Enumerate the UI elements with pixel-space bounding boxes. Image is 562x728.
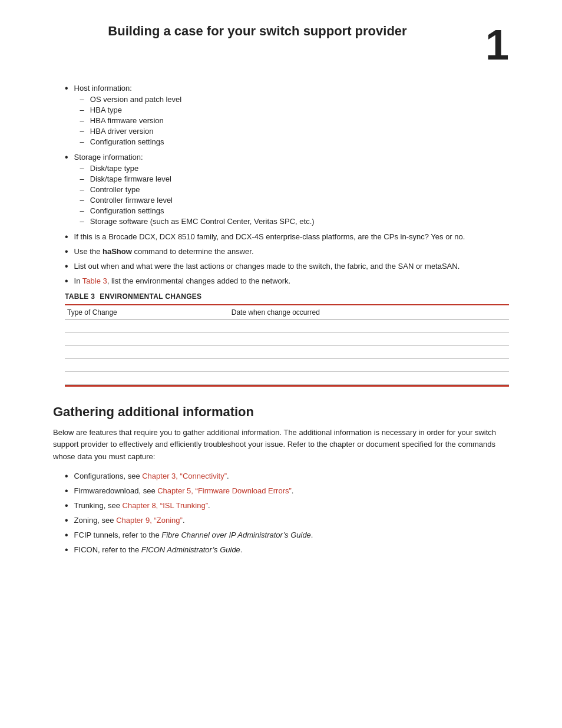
table-row: [65, 320, 509, 333]
table-cell: [65, 320, 229, 333]
hashow-content: Use the haShow command to determine the …: [74, 247, 509, 256]
list-item-hashow: Use the haShow command to determine the …: [53, 247, 509, 257]
list-item-storage: Storage information: Disk/tape type Disk…: [53, 153, 509, 228]
list-item-actions: List out when and what were the last act…: [53, 262, 509, 272]
table-row: [65, 359, 509, 372]
list-item-dcx: If this is a Brocade DCX, DCX 8510 famil…: [53, 232, 509, 242]
list-item: Controller type: [80, 185, 509, 194]
chapter8-link[interactable]: Chapter 8, “ISL Trunking”: [123, 501, 208, 510]
table-cell: [229, 333, 509, 346]
list-item: HBA type: [80, 106, 509, 114]
table-bottom-line: [65, 385, 509, 387]
configs-content: Configurations, see Chapter 3, “Connecti…: [74, 472, 509, 480]
hashow-command: haShow: [103, 247, 132, 256]
storage-sub-list: Disk/tape type Disk/tape firmware level …: [74, 164, 509, 226]
chapter9-link[interactable]: Chapter 9, “Zoning”: [116, 516, 183, 525]
table-row: [65, 372, 509, 385]
dcx-content: If this is a Brocade DCX, DCX 8510 famil…: [74, 232, 509, 241]
col-header-type: Type of Change: [65, 305, 229, 320]
list-item-firmware: Firmwaredownload, see Chapter 5, “Firmwa…: [53, 486, 509, 496]
list-item-trunking: Trunking, see Chapter 8, “ISL Trunking”.: [53, 501, 509, 511]
trunking-content: Trunking, see Chapter 8, “ISL Trunking”.: [74, 501, 509, 510]
main-bullet-list: Host information: OS version and patch l…: [53, 84, 509, 286]
list-item: Storage software (such as EMC Control Ce…: [80, 217, 509, 226]
chapter5-link[interactable]: Chapter 5, “Firmware Download Errors”: [157, 486, 292, 495]
table-cell: [229, 372, 509, 385]
table3-section: TABLE 3Environmental changes Type of Cha…: [65, 292, 509, 387]
zoning-content: Zoning, see Chapter 9, “Zoning”.: [74, 516, 509, 525]
list-item: Configuration settings: [80, 137, 509, 146]
table-cell: [65, 359, 229, 372]
table3-link[interactable]: Table 3: [82, 276, 107, 285]
content-area: Host information: OS version and patch l…: [53, 84, 509, 555]
gathering-list: Configurations, see Chapter 3, “Connecti…: [53, 472, 509, 555]
gathering-intro: Below are features that require you to g…: [53, 427, 509, 463]
chapter-number: 1: [474, 24, 509, 66]
chapter3-link[interactable]: Chapter 3, “Connectivity”: [142, 472, 227, 480]
table3-content: In Table 3, list the environmental chang…: [74, 276, 509, 285]
ficon-content: FICON, refer to the FICON Administrator’…: [74, 545, 509, 554]
table-label-num: TABLE 3: [65, 292, 95, 301]
table-row: [65, 333, 509, 346]
list-item-configs: Configurations, see Chapter 3, “Connecti…: [53, 472, 509, 482]
table-cell: [229, 346, 509, 359]
table-label: TABLE 3Environmental changes: [65, 292, 509, 301]
table-cell: [65, 346, 229, 359]
list-item-table3: In Table 3, list the environmental chang…: [53, 276, 509, 286]
host-sub-list: OS version and patch level HBA type HBA …: [74, 95, 509, 146]
list-item: Controller firmware level: [80, 196, 509, 205]
list-item: Disk/tape type: [80, 164, 509, 173]
firmware-content: Firmwaredownload, see Chapter 5, “Firmwa…: [74, 486, 509, 495]
table-cell: [65, 333, 229, 346]
list-item: OS version and patch level: [80, 95, 509, 104]
host-info-label: Host information:: [74, 84, 132, 93]
page: Building a case for your switch support …: [0, 0, 562, 728]
fcip-content: FCIP tunnels, refer to the Fibre Channel…: [74, 531, 509, 539]
table-cell: [65, 385, 509, 387]
table-row: [65, 346, 509, 359]
host-info-content: Host information: OS version and patch l…: [74, 84, 509, 148]
gathering-heading: Gathering additional information: [53, 404, 509, 420]
env-table: Type of Change Date when change occurred: [65, 304, 509, 387]
table-cell: [229, 320, 509, 333]
storage-info-content: Storage information: Disk/tape type Disk…: [74, 153, 509, 228]
chapter-header: Building a case for your switch support …: [53, 24, 509, 66]
list-item-fcip: FCIP tunnels, refer to the Fibre Channel…: [53, 531, 509, 541]
table-cell: [229, 359, 509, 372]
list-item-host: Host information: OS version and patch l…: [53, 84, 509, 148]
list-item: Disk/tape firmware level: [80, 174, 509, 183]
actions-content: List out when and what were the last act…: [74, 262, 509, 271]
storage-info-label: Storage information:: [74, 153, 143, 162]
table-cell: [65, 372, 229, 385]
ficon-guide-title: FICON Administrator’s Guide: [141, 545, 240, 554]
list-item-zoning: Zoning, see Chapter 9, “Zoning”.: [53, 516, 509, 526]
list-item: Configuration settings: [80, 206, 509, 215]
chapter-title: Building a case for your switch support …: [53, 24, 474, 39]
table-label-text: Environmental changes: [100, 292, 201, 301]
fcip-guide-title: Fibre Channel over IP Administrator’s Gu…: [161, 531, 311, 539]
col-header-date: Date when change occurred: [229, 305, 509, 320]
list-item: HBA driver version: [80, 127, 509, 136]
list-item-ficon: FICON, refer to the FICON Administrator’…: [53, 545, 509, 555]
list-item: HBA firmware version: [80, 116, 509, 125]
